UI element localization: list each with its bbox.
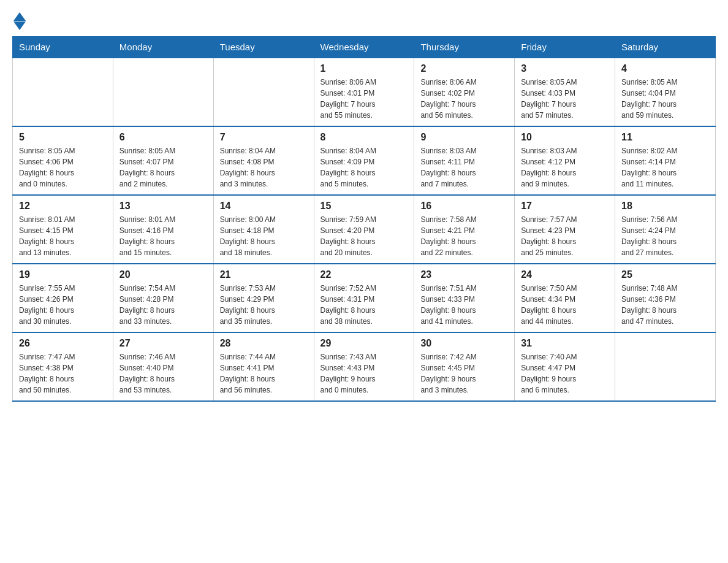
day-number: 6 (119, 132, 207, 143)
column-header-wednesday: Wednesday (314, 37, 414, 58)
page-header (12, 12, 716, 30)
calendar-cell: 23Sunrise: 7:51 AM Sunset: 4:33 PM Dayli… (414, 264, 515, 332)
day-info: Sunrise: 7:54 AM Sunset: 4:28 PM Dayligh… (119, 283, 207, 327)
calendar-week-1: 1Sunrise: 8:06 AM Sunset: 4:01 PM Daylig… (13, 58, 716, 126)
logo (12, 12, 26, 30)
day-number: 16 (420, 201, 508, 212)
calendar-cell: 19Sunrise: 7:55 AM Sunset: 4:26 PM Dayli… (13, 264, 113, 332)
day-number: 2 (420, 63, 508, 74)
calendar-week-2: 5Sunrise: 8:05 AM Sunset: 4:06 PM Daylig… (13, 126, 716, 195)
calendar-cell: 28Sunrise: 7:44 AM Sunset: 4:41 PM Dayli… (213, 332, 314, 401)
day-info: Sunrise: 7:59 AM Sunset: 4:20 PM Dayligh… (320, 214, 408, 258)
calendar-table: SundayMondayTuesdayWednesdayThursdayFrid… (12, 36, 716, 402)
day-number: 14 (220, 201, 308, 212)
calendar-cell (615, 332, 716, 401)
day-number: 4 (621, 63, 709, 74)
day-info: Sunrise: 7:56 AM Sunset: 4:24 PM Dayligh… (621, 214, 709, 258)
calendar-cell (213, 58, 314, 126)
calendar-cell: 4Sunrise: 8:05 AM Sunset: 4:04 PM Daylig… (615, 58, 716, 126)
day-number: 17 (521, 201, 609, 212)
calendar-cell: 21Sunrise: 7:53 AM Sunset: 4:29 PM Dayli… (213, 264, 314, 332)
calendar-cell: 5Sunrise: 8:05 AM Sunset: 4:06 PM Daylig… (13, 126, 113, 195)
day-number: 30 (420, 338, 508, 349)
day-info: Sunrise: 7:42 AM Sunset: 4:45 PM Dayligh… (420, 351, 508, 396)
day-info: Sunrise: 8:02 AM Sunset: 4:14 PM Dayligh… (621, 145, 709, 190)
day-info: Sunrise: 8:01 AM Sunset: 4:15 PM Dayligh… (19, 214, 107, 258)
calendar-cell: 18Sunrise: 7:56 AM Sunset: 4:24 PM Dayli… (615, 195, 716, 264)
day-info: Sunrise: 7:44 AM Sunset: 4:41 PM Dayligh… (220, 351, 308, 396)
calendar-cell: 2Sunrise: 8:06 AM Sunset: 4:02 PM Daylig… (414, 58, 515, 126)
day-number: 1 (320, 63, 408, 74)
calendar-cell: 1Sunrise: 8:06 AM Sunset: 4:01 PM Daylig… (314, 58, 414, 126)
day-number: 31 (521, 338, 609, 349)
day-number: 28 (220, 338, 308, 349)
day-number: 12 (19, 201, 107, 212)
day-number: 20 (119, 269, 207, 280)
day-number: 10 (521, 132, 609, 143)
day-number: 11 (621, 132, 709, 143)
calendar-cell: 26Sunrise: 7:47 AM Sunset: 4:38 PM Dayli… (13, 332, 113, 401)
calendar-cell: 13Sunrise: 8:01 AM Sunset: 4:16 PM Dayli… (113, 195, 213, 264)
day-info: Sunrise: 7:40 AM Sunset: 4:47 PM Dayligh… (521, 351, 609, 396)
day-info: Sunrise: 7:46 AM Sunset: 4:40 PM Dayligh… (119, 351, 207, 396)
calendar-cell: 9Sunrise: 8:03 AM Sunset: 4:11 PM Daylig… (414, 126, 515, 195)
calendar-cell: 11Sunrise: 8:02 AM Sunset: 4:14 PM Dayli… (615, 126, 716, 195)
day-info: Sunrise: 8:04 AM Sunset: 4:08 PM Dayligh… (220, 145, 308, 190)
day-number: 26 (19, 338, 107, 349)
day-info: Sunrise: 7:57 AM Sunset: 4:23 PM Dayligh… (521, 214, 609, 258)
day-info: Sunrise: 7:55 AM Sunset: 4:26 PM Dayligh… (19, 283, 107, 327)
day-number: 7 (220, 132, 308, 143)
day-info: Sunrise: 7:53 AM Sunset: 4:29 PM Dayligh… (220, 283, 308, 327)
day-info: Sunrise: 8:04 AM Sunset: 4:09 PM Dayligh… (320, 145, 408, 190)
day-info: Sunrise: 7:43 AM Sunset: 4:43 PM Dayligh… (320, 351, 408, 396)
column-header-monday: Monday (113, 37, 213, 58)
column-header-tuesday: Tuesday (213, 37, 314, 58)
day-info: Sunrise: 8:05 AM Sunset: 4:04 PM Dayligh… (621, 77, 709, 121)
day-info: Sunrise: 8:05 AM Sunset: 4:07 PM Dayligh… (119, 145, 207, 190)
day-info: Sunrise: 8:01 AM Sunset: 4:16 PM Dayligh… (119, 214, 207, 258)
calendar-cell: 10Sunrise: 8:03 AM Sunset: 4:12 PM Dayli… (515, 126, 615, 195)
day-info: Sunrise: 7:58 AM Sunset: 4:21 PM Dayligh… (420, 214, 508, 258)
calendar-cell: 7Sunrise: 8:04 AM Sunset: 4:08 PM Daylig… (213, 126, 314, 195)
day-info: Sunrise: 7:50 AM Sunset: 4:34 PM Dayligh… (521, 283, 609, 327)
day-number: 5 (19, 132, 107, 143)
calendar-cell: 15Sunrise: 7:59 AM Sunset: 4:20 PM Dayli… (314, 195, 414, 264)
calendar-cell: 24Sunrise: 7:50 AM Sunset: 4:34 PM Dayli… (515, 264, 615, 332)
calendar-cell: 30Sunrise: 7:42 AM Sunset: 4:45 PM Dayli… (414, 332, 515, 401)
day-number: 25 (621, 269, 709, 280)
day-info: Sunrise: 8:06 AM Sunset: 4:01 PM Dayligh… (320, 77, 408, 121)
day-number: 29 (320, 338, 408, 349)
calendar-cell: 22Sunrise: 7:52 AM Sunset: 4:31 PM Dayli… (314, 264, 414, 332)
calendar-cell: 27Sunrise: 7:46 AM Sunset: 4:40 PM Dayli… (113, 332, 213, 401)
day-number: 21 (220, 269, 308, 280)
calendar-week-5: 26Sunrise: 7:47 AM Sunset: 4:38 PM Dayli… (13, 332, 716, 401)
day-info: Sunrise: 8:03 AM Sunset: 4:11 PM Dayligh… (420, 145, 508, 190)
calendar-cell: 31Sunrise: 7:40 AM Sunset: 4:47 PM Dayli… (515, 332, 615, 401)
calendar-week-3: 12Sunrise: 8:01 AM Sunset: 4:15 PM Dayli… (13, 195, 716, 264)
column-header-sunday: Sunday (13, 37, 113, 58)
calendar-cell: 14Sunrise: 8:00 AM Sunset: 4:18 PM Dayli… (213, 195, 314, 264)
day-number: 3 (521, 63, 609, 74)
column-header-thursday: Thursday (414, 37, 515, 58)
day-info: Sunrise: 8:03 AM Sunset: 4:12 PM Dayligh… (521, 145, 609, 190)
day-info: Sunrise: 7:47 AM Sunset: 4:38 PM Dayligh… (19, 351, 107, 396)
day-number: 15 (320, 201, 408, 212)
day-info: Sunrise: 7:48 AM Sunset: 4:36 PM Dayligh… (621, 283, 709, 327)
calendar-header-row: SundayMondayTuesdayWednesdayThursdayFrid… (13, 37, 716, 58)
day-info: Sunrise: 7:51 AM Sunset: 4:33 PM Dayligh… (420, 283, 508, 327)
day-number: 24 (521, 269, 609, 280)
calendar-cell: 12Sunrise: 8:01 AM Sunset: 4:15 PM Dayli… (13, 195, 113, 264)
calendar-cell: 20Sunrise: 7:54 AM Sunset: 4:28 PM Dayli… (113, 264, 213, 332)
calendar-cell: 25Sunrise: 7:48 AM Sunset: 4:36 PM Dayli… (615, 264, 716, 332)
day-number: 23 (420, 269, 508, 280)
calendar-cell (13, 58, 113, 126)
day-info: Sunrise: 8:05 AM Sunset: 4:06 PM Dayligh… (19, 145, 107, 190)
day-number: 13 (119, 201, 207, 212)
day-number: 9 (420, 132, 508, 143)
calendar-cell: 3Sunrise: 8:05 AM Sunset: 4:03 PM Daylig… (515, 58, 615, 126)
day-info: Sunrise: 8:05 AM Sunset: 4:03 PM Dayligh… (521, 77, 609, 121)
day-info: Sunrise: 7:52 AM Sunset: 4:31 PM Dayligh… (320, 283, 408, 327)
day-number: 27 (119, 338, 207, 349)
day-number: 8 (320, 132, 408, 143)
day-number: 19 (19, 269, 107, 280)
